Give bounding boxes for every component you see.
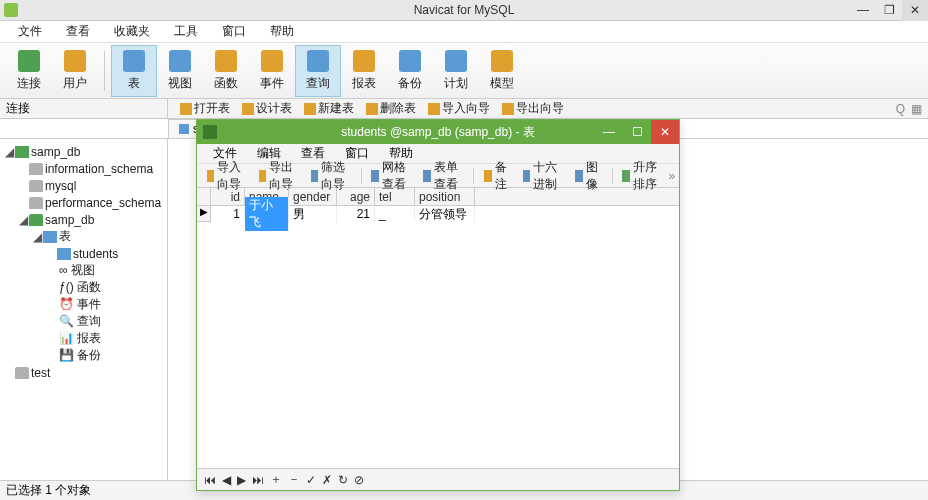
- nav-add[interactable]: ＋: [270, 471, 282, 488]
- col-age[interactable]: age: [337, 188, 375, 205]
- app-icon: [4, 3, 18, 17]
- nav-refresh[interactable]: ↻: [338, 473, 348, 487]
- row-indicator: ▶: [197, 206, 211, 222]
- ribbon: 连接用户表视图函数事件查询报表备份计划模型: [0, 43, 928, 99]
- tree-ƒ() 函数[interactable]: ƒ() 函数: [4, 279, 163, 296]
- close-button[interactable]: ✕: [902, 0, 928, 21]
- table-icon: [179, 124, 189, 134]
- tool-导出向导[interactable]: 导出向导: [496, 100, 570, 117]
- tool-打开表[interactable]: 打开表: [174, 100, 236, 117]
- cell-age[interactable]: 21: [337, 207, 375, 221]
- menu-file[interactable]: 文件: [6, 23, 54, 40]
- tree-💾 备份[interactable]: 💾 备份: [4, 347, 163, 364]
- record-nav: ⏮ ◀ ▶ ⏭ ＋ － ✓ ✗ ↻ ⊘: [197, 468, 679, 490]
- cell-id[interactable]: 1: [211, 207, 245, 221]
- nav-prev[interactable]: ◀: [222, 473, 231, 487]
- tree-performance_schema[interactable]: performance_schema: [4, 194, 163, 211]
- subtoolbar: 连接 打开表设计表新建表删除表导入向导导出向导 Q ▦: [0, 99, 928, 119]
- connection-tree[interactable]: ◢samp_dbinformation_schemamysqlperforman…: [0, 139, 168, 499]
- child-max-button[interactable]: ☐: [623, 120, 651, 144]
- menu-fav[interactable]: 收藏夹: [102, 23, 162, 40]
- tree-📊 报表[interactable]: 📊 报表: [4, 330, 163, 347]
- ribbon-备份[interactable]: 备份: [387, 45, 433, 97]
- table-icon: [203, 125, 217, 139]
- tree-students[interactable]: students: [4, 245, 163, 262]
- main-menubar: 文件 查看 收藏夹 工具 窗口 帮助: [0, 21, 928, 43]
- ribbon-用户[interactable]: 用户: [52, 45, 98, 97]
- ribbon-报表[interactable]: 报表: [341, 45, 387, 97]
- status-text: 已选择 1 个对象: [6, 482, 91, 499]
- ribbon-连接[interactable]: 连接: [6, 45, 52, 97]
- nav-first[interactable]: ⏮: [204, 473, 216, 487]
- col-tel[interactable]: tel: [375, 188, 415, 205]
- tree-samp_db[interactable]: ◢samp_db: [4, 211, 163, 228]
- data-row[interactable]: ▶ 1 于小飞 男 21 _ 分管领导: [197, 206, 679, 222]
- tb-十六进制[interactable]: 十六进制: [517, 159, 569, 193]
- tree-∞ 视图[interactable]: ∞ 视图: [4, 262, 163, 279]
- menu-help[interactable]: 帮助: [258, 23, 306, 40]
- nav-stop[interactable]: ⊘: [354, 473, 364, 487]
- tool-新建表[interactable]: 新建表: [298, 100, 360, 117]
- app-title: Navicat for MySQL: [414, 3, 515, 17]
- tree-表[interactable]: ◢表: [4, 228, 163, 245]
- table-toolbar: 导入向导导出向导筛选向导网格查看表单查看备注十六进制图像升序排序»: [197, 164, 679, 188]
- menu-view[interactable]: 查看: [54, 23, 102, 40]
- panel-label: 连接: [0, 99, 168, 118]
- ribbon-模型[interactable]: 模型: [479, 45, 525, 97]
- tree-🔍 查询[interactable]: 🔍 查询: [4, 313, 163, 330]
- tb-升序排序[interactable]: 升序排序: [616, 159, 668, 193]
- nav-commit[interactable]: ✓: [306, 473, 316, 487]
- tb-图像[interactable]: 图像: [569, 159, 608, 193]
- table-window-title: students @samp_db (samp_db) - 表: [341, 124, 535, 141]
- table-window: students @samp_db (samp_db) - 表 — ☐ ✕ 文件…: [196, 119, 680, 491]
- tb-备注[interactable]: 备注: [478, 159, 517, 193]
- col-gender[interactable]: gender: [289, 188, 337, 205]
- ribbon-事件[interactable]: 事件: [249, 45, 295, 97]
- grid-icon[interactable]: ▦: [911, 102, 922, 116]
- nav-next[interactable]: ▶: [237, 473, 246, 487]
- menu-window[interactable]: 窗口: [210, 23, 258, 40]
- menu-tools[interactable]: 工具: [162, 23, 210, 40]
- ribbon-函数[interactable]: 函数: [203, 45, 249, 97]
- maximize-button[interactable]: ❐: [876, 0, 902, 21]
- tree-samp_db[interactable]: ◢samp_db: [4, 143, 163, 160]
- ribbon-表[interactable]: 表: [111, 45, 157, 97]
- cell-position[interactable]: 分管领导: [415, 206, 475, 223]
- cell-gender[interactable]: 男: [289, 206, 337, 223]
- tool-删除表[interactable]: 删除表: [360, 100, 422, 117]
- nav-last[interactable]: ⏭: [252, 473, 264, 487]
- ribbon-计划[interactable]: 计划: [433, 45, 479, 97]
- data-grid[interactable]: id name gender age tel position ▶ 1 于小飞 …: [197, 188, 679, 222]
- child-min-button[interactable]: —: [595, 120, 623, 144]
- tree-mysql[interactable]: mysql: [4, 177, 163, 194]
- tool-导入向导[interactable]: 导入向导: [422, 100, 496, 117]
- tree-test[interactable]: test: [4, 364, 163, 381]
- col-id[interactable]: id: [211, 188, 245, 205]
- child-close-button[interactable]: ✕: [651, 120, 679, 144]
- cell-tel[interactable]: _: [375, 207, 415, 221]
- tree-information_schema[interactable]: information_schema: [4, 160, 163, 177]
- tree-⏰ 事件[interactable]: ⏰ 事件: [4, 296, 163, 313]
- more-icon[interactable]: »: [668, 169, 675, 183]
- table-titlebar[interactable]: students @samp_db (samp_db) - 表 — ☐ ✕: [197, 120, 679, 144]
- cell-name[interactable]: 于小飞: [245, 197, 289, 231]
- col-position[interactable]: position: [415, 188, 475, 205]
- minimize-button[interactable]: —: [850, 0, 876, 21]
- row-selector-header: [197, 188, 211, 205]
- tool-设计表[interactable]: 设计表: [236, 100, 298, 117]
- ribbon-视图[interactable]: 视图: [157, 45, 203, 97]
- app-titlebar: Navicat for MySQL — ❐ ✕: [0, 0, 928, 21]
- search-icon[interactable]: Q: [896, 102, 905, 116]
- ribbon-查询[interactable]: 查询: [295, 45, 341, 97]
- nav-del[interactable]: －: [288, 471, 300, 488]
- nav-cancel[interactable]: ✗: [322, 473, 332, 487]
